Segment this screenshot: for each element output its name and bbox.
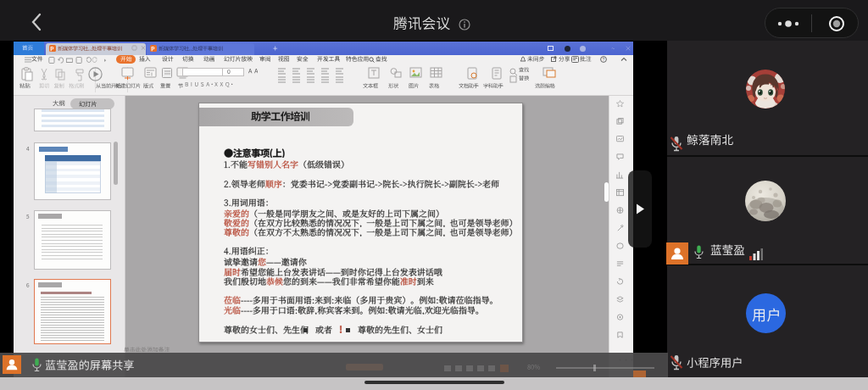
svg-text:?: ? [603, 57, 605, 62]
